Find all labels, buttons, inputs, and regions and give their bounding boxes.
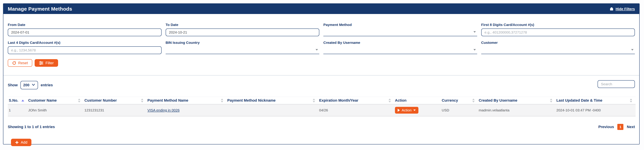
filter-group-bin-country: BIN Issuing Country — [166, 41, 320, 54]
column-header-expiration[interactable]: Expiration Month/Year — [318, 97, 394, 104]
sort-icon — [630, 99, 632, 103]
cell-customer-name: JOhn Smith — [28, 104, 84, 116]
cell-payment-method-nickname — [226, 104, 318, 116]
column-label: Expiration Month/Year — [319, 98, 358, 103]
column-label: Currency — [442, 98, 458, 103]
sort-icon — [550, 99, 552, 103]
column-label: Payment Method Name — [148, 98, 188, 103]
column-header-payment-method-name[interactable]: Payment Method Name — [147, 97, 226, 104]
from-date-input[interactable] — [8, 28, 162, 36]
reset-button-label: Reset — [18, 61, 28, 65]
column-label: Created By Username — [479, 98, 517, 103]
column-header-customer-number[interactable]: Customer Number — [84, 97, 147, 104]
first8-digits-label: First 8 Digits Card/Account #(s) — [481, 23, 635, 27]
bin-issuing-country-select[interactable] — [166, 46, 320, 54]
created-by-username-label: Created By Username — [323, 41, 477, 45]
last4-digits-label: Last 4 Digits Card/Account #(s) — [8, 41, 162, 45]
rotate-right-icon — [12, 61, 16, 65]
payment-method-select[interactable] — [323, 28, 477, 36]
cell-action: Action — [394, 104, 441, 116]
card-header: Manage Payment Methods Hide Filters — [4, 4, 639, 14]
column-header-currency[interactable]: Currency — [441, 97, 478, 104]
previous-page-button[interactable]: Previous — [598, 125, 614, 129]
chevron-down-icon — [474, 49, 476, 51]
cell-expiration: 04/26 — [318, 104, 394, 116]
chevron-down-icon — [32, 84, 35, 87]
show-entries-control: Show 200 entries — [8, 81, 53, 89]
column-label: Payment Method Nickname — [227, 98, 276, 103]
created-by-username-select[interactable] — [323, 46, 477, 54]
filter-group-from-date: From Date — [8, 23, 162, 36]
table-controls: Show 200 entries — [4, 76, 639, 89]
column-label: Customer Name — [28, 98, 57, 103]
manage-payment-methods-card: Manage Payment Methods Hide Filters From… — [3, 3, 640, 145]
cell-last-updated: 2024-10-01 03:47 PM -0400 — [556, 104, 636, 116]
filter-group-to-date: To Date — [166, 23, 320, 36]
column-header-customer-name[interactable]: Customer Name — [28, 97, 84, 104]
table-row: 1 JOhn Smith 1231231231 VISA ending in 0… — [8, 104, 636, 116]
reset-button[interactable]: Reset — [8, 59, 32, 67]
action-button-label: Action — [402, 108, 412, 112]
last4-digits-input[interactable] — [8, 46, 162, 54]
show-label: Show — [8, 83, 18, 87]
hide-filters-label: Hide Filters — [616, 7, 635, 11]
column-header-action: Action — [394, 97, 441, 104]
from-date-label: From Date — [8, 23, 162, 27]
action-dropdown-button[interactable]: Action — [395, 107, 418, 114]
to-date-label: To Date — [166, 23, 320, 27]
showing-entries-text: Showing 1 to 1 of 1 entries — [8, 125, 55, 129]
to-date-input[interactable] — [166, 28, 320, 36]
column-header-last-updated[interactable]: Last Updated Date & Time — [556, 97, 636, 104]
customer-select[interactable] — [481, 46, 635, 54]
customer-label: Customer — [481, 41, 635, 45]
page-title: Manage Payment Methods — [8, 6, 72, 12]
filter-button-label: Filter — [46, 61, 54, 65]
column-header-sno[interactable]: S.No. — [8, 97, 28, 104]
plus-icon — [15, 141, 19, 144]
next-page-button[interactable]: Next — [627, 125, 635, 129]
cell-created-by: madmin.velaatlanta — [478, 104, 556, 116]
sort-icon — [141, 99, 143, 103]
filter-group-first8: First 8 Digits Card/Account #(s) — [481, 23, 635, 36]
table-footer: Showing 1 to 1 of 1 entries Previous 1 N… — [4, 117, 639, 130]
filter-group-payment-method: Payment Method — [323, 23, 477, 36]
page-size-select[interactable]: 200 — [20, 81, 38, 89]
filter-group-customer: Customer — [481, 41, 635, 54]
cell-payment-method-name: VISA ending in 0026 — [147, 104, 226, 116]
cell-sno: 1 — [8, 104, 28, 116]
search-input[interactable] — [598, 80, 635, 88]
caret-down-icon — [413, 110, 416, 111]
payment-methods-table: S.No. Customer Name Customer Number Paym… — [8, 97, 636, 117]
filter-box-icon — [610, 7, 614, 11]
sort-icon — [472, 99, 475, 103]
page: Manage Payment Methods Hide Filters From… — [0, 0, 644, 150]
entries-label: entries — [41, 83, 53, 87]
sliders-icon — [39, 61, 44, 65]
sort-icon — [313, 99, 315, 103]
chevron-down-icon — [631, 49, 634, 51]
payment-method-link[interactable]: VISA ending in 0026 — [148, 108, 180, 112]
add-button[interactable]: Add — [11, 139, 32, 146]
hide-filters-link[interactable]: Hide Filters — [610, 7, 635, 11]
pagination: Previous 1 Next — [598, 124, 635, 130]
add-button-label: Add — [21, 140, 27, 145]
column-label: Customer Number — [84, 98, 117, 103]
cell-customer-number: 1231231231 — [84, 104, 147, 116]
table-header-row: S.No. Customer Name Customer Number Paym… — [8, 97, 636, 104]
filter-actions-row: Reset Filter — [4, 54, 639, 67]
page-size-value: 200 — [23, 83, 30, 87]
column-label: S.No. — [9, 98, 18, 103]
filter-group-created-by: Created By Username — [323, 41, 477, 54]
filter-group-last4: Last 4 Digits Card/Account #(s) — [8, 41, 162, 54]
column-header-created-by[interactable]: Created By Username — [478, 97, 556, 104]
chevron-down-icon — [474, 31, 476, 33]
first8-digits-input[interactable] — [481, 28, 635, 36]
current-page-button[interactable]: 1 — [617, 124, 624, 130]
bin-issuing-country-label: BIN Issuing Country — [166, 41, 320, 45]
filter-button[interactable]: Filter — [34, 59, 58, 67]
sort-icon — [221, 99, 223, 103]
play-icon — [398, 109, 400, 112]
add-row: Add — [4, 130, 639, 146]
column-header-payment-method-nickname[interactable]: Payment Method Nickname — [226, 97, 318, 104]
payment-method-label: Payment Method — [323, 23, 477, 27]
